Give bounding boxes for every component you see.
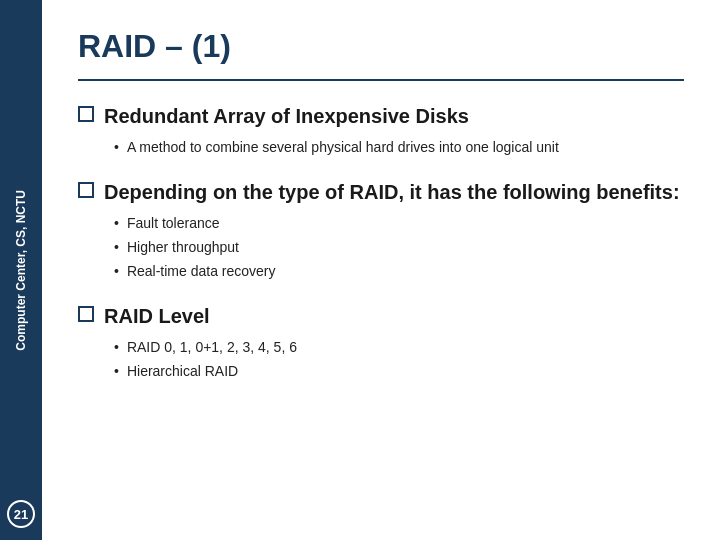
- page-number: 21: [7, 500, 35, 528]
- title-divider: [78, 79, 684, 81]
- section-2-title: Depending on the type of RAID, it has th…: [104, 179, 680, 205]
- bullet-item: RAID 0, 1, 0+1, 2, 3, 4, 5, 6: [114, 337, 684, 358]
- section-2-header: Depending on the type of RAID, it has th…: [78, 179, 684, 205]
- bullet-item: Fault tolerance: [114, 213, 684, 234]
- section-1-bullets: A method to combine several physical har…: [114, 137, 684, 158]
- bullet-text: Fault tolerance: [127, 213, 220, 234]
- bullet-text: A method to combine several physical har…: [127, 137, 559, 158]
- bullet-text: Real-time data recovery: [127, 261, 276, 282]
- checkbox-3: [78, 306, 94, 322]
- section-1-title: Redundant Array of Inexpensive Disks: [104, 103, 469, 129]
- slide-title: RAID – (1): [78, 28, 684, 65]
- bullet-item: A method to combine several physical har…: [114, 137, 684, 158]
- bullet-item: Hierarchical RAID: [114, 361, 684, 382]
- section-raid-level: RAID Level RAID 0, 1, 0+1, 2, 3, 4, 5, 6…: [78, 303, 684, 385]
- bullet-text: Hierarchical RAID: [127, 361, 238, 382]
- section-1-header: Redundant Array of Inexpensive Disks: [78, 103, 684, 129]
- bullet-item: Higher throughput: [114, 237, 684, 258]
- section-3-bullets: RAID 0, 1, 0+1, 2, 3, 4, 5, 6 Hierarchic…: [114, 337, 684, 382]
- sidebar: Computer Center, CS, NCTU 21: [0, 0, 42, 540]
- bullet-item: Real-time data recovery: [114, 261, 684, 282]
- sidebar-label: Computer Center, CS, NCTU: [13, 190, 30, 351]
- section-3-title: RAID Level: [104, 303, 210, 329]
- bullet-text: RAID 0, 1, 0+1, 2, 3, 4, 5, 6: [127, 337, 297, 358]
- section-3-header: RAID Level: [78, 303, 684, 329]
- bullet-text: Higher throughput: [127, 237, 239, 258]
- section-2-bullets: Fault tolerance Higher throughput Real-t…: [114, 213, 684, 282]
- checkbox-1: [78, 106, 94, 122]
- section-redundant-array: Redundant Array of Inexpensive Disks A m…: [78, 103, 684, 161]
- checkbox-2: [78, 182, 94, 198]
- section-depending: Depending on the type of RAID, it has th…: [78, 179, 684, 285]
- main-content: RAID – (1) Redundant Array of Inexpensiv…: [42, 0, 720, 540]
